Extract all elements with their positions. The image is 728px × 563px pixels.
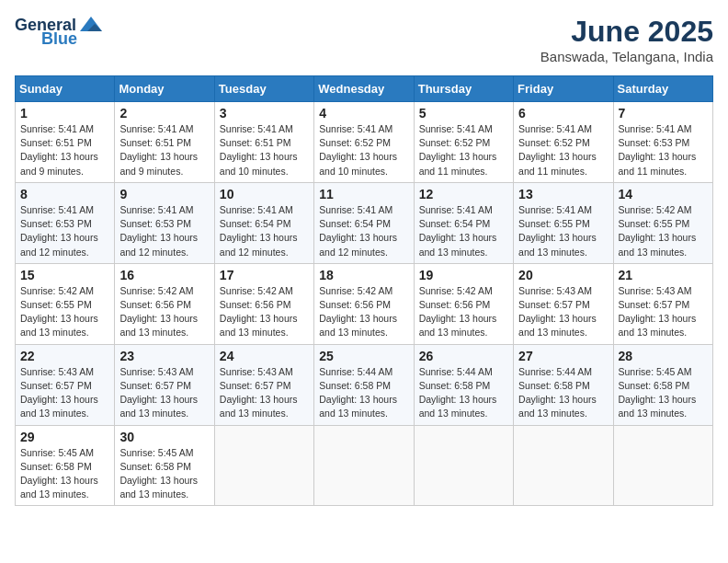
day-info-11: Sunrise: 5:41 AMSunset: 6:54 PMDaylight:… — [319, 204, 397, 258]
day-info-8: Sunrise: 5:41 AMSunset: 6:53 PMDaylight:… — [20, 204, 98, 258]
day-number-3: 3 — [220, 106, 309, 121]
empty-cell — [314, 425, 414, 506]
day-number-13: 13 — [518, 187, 608, 201]
day-number-1: 1 — [20, 106, 109, 121]
day-info-3: Sunrise: 5:41 AMSunset: 6:51 PMDaylight:… — [220, 123, 298, 177]
calendar-row: 15 Sunrise: 5:42 AMSunset: 6:55 PMDaylig… — [16, 263, 713, 344]
day-info-28: Sunrise: 5:45 AMSunset: 6:58 PMDaylight:… — [619, 366, 697, 419]
day-info-27: Sunrise: 5:44 AMSunset: 6:58 PMDaylight:… — [518, 366, 597, 419]
day-cell-17: 17 Sunrise: 5:42 AMSunset: 6:56 PMDaylig… — [214, 263, 313, 344]
day-info-21: Sunrise: 5:43 AMSunset: 6:57 PMDaylight:… — [619, 285, 697, 339]
day-cell-14: 14 Sunrise: 5:42 AMSunset: 6:55 PMDaylig… — [613, 182, 712, 263]
day-number-28: 28 — [619, 349, 708, 363]
day-cell-19: 19 Sunrise: 5:42 AMSunset: 6:56 PMDaylig… — [414, 263, 513, 344]
day-info-16: Sunrise: 5:42 AMSunset: 6:56 PMDaylight:… — [119, 285, 198, 339]
day-number-15: 15 — [20, 268, 109, 282]
day-info-9: Sunrise: 5:41 AMSunset: 6:53 PMDaylight:… — [119, 204, 198, 258]
day-cell-4: 4 Sunrise: 5:41 AMSunset: 6:52 PMDayligh… — [314, 102, 414, 183]
empty-cell — [214, 425, 313, 506]
day-number-11: 11 — [319, 187, 408, 201]
day-number-22: 22 — [20, 349, 109, 363]
page-header: General Blue June 2025 Banswada, Telanga… — [15, 15, 713, 64]
title-area: June 2025 Banswada, Telangana, India — [540, 15, 713, 64]
day-info-14: Sunrise: 5:42 AMSunset: 6:55 PMDaylight:… — [619, 204, 697, 258]
day-cell-18: 18 Sunrise: 5:42 AMSunset: 6:56 PMDaylig… — [314, 263, 414, 344]
day-cell-1: 1 Sunrise: 5:41 AMSunset: 6:51 PMDayligh… — [16, 102, 115, 183]
day-number-20: 20 — [518, 268, 608, 282]
day-number-17: 17 — [220, 268, 309, 282]
day-cell-10: 10 Sunrise: 5:41 AMSunset: 6:54 PMDaylig… — [214, 182, 313, 263]
day-cell-22: 22 Sunrise: 5:43 AMSunset: 6:57 PMDaylig… — [16, 344, 115, 425]
day-cell-24: 24 Sunrise: 5:43 AMSunset: 6:57 PMDaylig… — [214, 344, 313, 425]
day-number-5: 5 — [419, 106, 508, 121]
day-info-25: Sunrise: 5:44 AMSunset: 6:58 PMDaylight:… — [319, 366, 397, 419]
day-info-13: Sunrise: 5:41 AMSunset: 6:55 PMDaylight:… — [518, 204, 597, 258]
day-cell-16: 16 Sunrise: 5:42 AMSunset: 6:56 PMDaylig… — [115, 263, 214, 344]
day-info-20: Sunrise: 5:43 AMSunset: 6:57 PMDaylight:… — [518, 285, 597, 339]
day-cell-15: 15 Sunrise: 5:42 AMSunset: 6:55 PMDaylig… — [16, 263, 115, 344]
day-info-18: Sunrise: 5:42 AMSunset: 6:56 PMDaylight:… — [319, 285, 397, 339]
weekday-header-row: Sunday Monday Tuesday Wednesday Thursday… — [16, 76, 713, 102]
day-cell-2: 2 Sunrise: 5:41 AMSunset: 6:51 PMDayligh… — [115, 102, 214, 183]
location-title: Banswada, Telangana, India — [540, 49, 713, 64]
calendar-table: Sunday Monday Tuesday Wednesday Thursday… — [15, 75, 713, 506]
day-cell-28: 28 Sunrise: 5:45 AMSunset: 6:58 PMDaylig… — [613, 344, 712, 425]
day-number-16: 16 — [119, 268, 209, 282]
day-cell-20: 20 Sunrise: 5:43 AMSunset: 6:57 PMDaylig… — [514, 263, 613, 344]
day-number-29: 29 — [20, 430, 109, 444]
day-number-25: 25 — [319, 349, 408, 363]
day-cell-13: 13 Sunrise: 5:41 AMSunset: 6:55 PMDaylig… — [514, 182, 613, 263]
day-number-10: 10 — [220, 187, 309, 201]
day-number-23: 23 — [119, 349, 209, 363]
header-tuesday: Tuesday — [214, 76, 313, 102]
day-info-4: Sunrise: 5:41 AMSunset: 6:52 PMDaylight:… — [319, 123, 397, 177]
day-number-24: 24 — [220, 349, 309, 363]
day-number-2: 2 — [119, 106, 209, 121]
day-cell-5: 5 Sunrise: 5:41 AMSunset: 6:52 PMDayligh… — [414, 102, 513, 183]
day-cell-8: 8 Sunrise: 5:41 AMSunset: 6:53 PMDayligh… — [16, 182, 115, 263]
day-cell-9: 9 Sunrise: 5:41 AMSunset: 6:53 PMDayligh… — [115, 182, 214, 263]
day-number-26: 26 — [419, 349, 508, 363]
logo: General Blue — [15, 15, 104, 49]
logo-blue: Blue — [41, 29, 77, 49]
day-info-1: Sunrise: 5:41 AMSunset: 6:51 PMDaylight:… — [20, 123, 98, 177]
header-friday: Friday — [514, 76, 613, 102]
day-number-18: 18 — [319, 268, 408, 282]
header-saturday: Saturday — [613, 76, 712, 102]
day-cell-26: 26 Sunrise: 5:44 AMSunset: 6:58 PMDaylig… — [414, 344, 513, 425]
day-cell-12: 12 Sunrise: 5:41 AMSunset: 6:54 PMDaylig… — [414, 182, 513, 263]
day-number-7: 7 — [619, 106, 708, 121]
header-sunday: Sunday — [16, 76, 115, 102]
month-title: June 2025 — [540, 15, 713, 49]
day-number-27: 27 — [518, 349, 608, 363]
day-info-22: Sunrise: 5:43 AMSunset: 6:57 PMDaylight:… — [20, 366, 98, 419]
day-cell-3: 3 Sunrise: 5:41 AMSunset: 6:51 PMDayligh… — [214, 102, 313, 183]
day-cell-7: 7 Sunrise: 5:41 AMSunset: 6:53 PMDayligh… — [613, 102, 712, 183]
day-info-30: Sunrise: 5:45 AMSunset: 6:58 PMDaylight:… — [119, 447, 198, 500]
day-info-2: Sunrise: 5:41 AMSunset: 6:51 PMDaylight:… — [119, 123, 198, 177]
day-number-9: 9 — [119, 187, 209, 201]
day-number-14: 14 — [619, 187, 708, 201]
day-info-17: Sunrise: 5:42 AMSunset: 6:56 PMDaylight:… — [220, 285, 298, 339]
header-wednesday: Wednesday — [314, 76, 414, 102]
day-info-23: Sunrise: 5:43 AMSunset: 6:57 PMDaylight:… — [119, 366, 198, 419]
day-cell-21: 21 Sunrise: 5:43 AMSunset: 6:57 PMDaylig… — [613, 263, 712, 344]
logo-icon — [78, 15, 104, 35]
day-cell-23: 23 Sunrise: 5:43 AMSunset: 6:57 PMDaylig… — [115, 344, 214, 425]
day-cell-6: 6 Sunrise: 5:41 AMSunset: 6:52 PMDayligh… — [514, 102, 613, 183]
header-monday: Monday — [115, 76, 214, 102]
day-info-15: Sunrise: 5:42 AMSunset: 6:55 PMDaylight:… — [20, 285, 98, 339]
day-number-21: 21 — [619, 268, 708, 282]
day-info-29: Sunrise: 5:45 AMSunset: 6:58 PMDaylight:… — [20, 447, 98, 500]
day-info-6: Sunrise: 5:41 AMSunset: 6:52 PMDaylight:… — [518, 123, 597, 177]
day-info-7: Sunrise: 5:41 AMSunset: 6:53 PMDaylight:… — [619, 123, 697, 177]
day-cell-29: 29 Sunrise: 5:45 AMSunset: 6:58 PMDaylig… — [16, 425, 115, 506]
empty-cell — [613, 425, 712, 506]
calendar-row: 8 Sunrise: 5:41 AMSunset: 6:53 PMDayligh… — [16, 182, 713, 263]
day-info-5: Sunrise: 5:41 AMSunset: 6:52 PMDaylight:… — [419, 123, 497, 177]
day-number-12: 12 — [419, 187, 508, 201]
day-number-4: 4 — [319, 106, 408, 121]
day-info-24: Sunrise: 5:43 AMSunset: 6:57 PMDaylight:… — [220, 366, 298, 419]
day-cell-11: 11 Sunrise: 5:41 AMSunset: 6:54 PMDaylig… — [314, 182, 414, 263]
day-number-19: 19 — [419, 268, 508, 282]
